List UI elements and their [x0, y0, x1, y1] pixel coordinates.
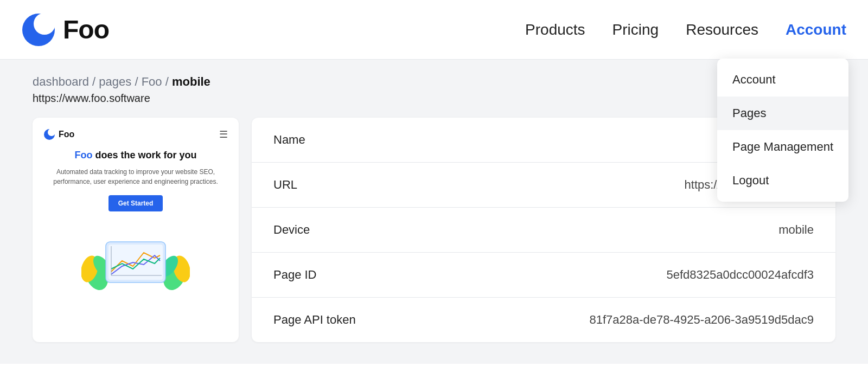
- breadcrumb-mobile[interactable]: mobile: [172, 75, 210, 88]
- site-title: Foo: [63, 15, 109, 44]
- preview-hero-desc: Automated data tracking to improve your …: [49, 167, 222, 187]
- dropdown-item-page-management[interactable]: Page Management: [717, 130, 848, 164]
- detail-label-name: Name: [273, 133, 305, 147]
- detail-label-url: URL: [273, 178, 297, 192]
- dropdown-item-pages[interactable]: Pages: [717, 97, 848, 130]
- detail-value-api-token: 81f7a28a-de78-4925-a206-3a9519d5dac9: [590, 313, 814, 327]
- preview-hero-title-blue: Foo: [74, 150, 92, 160]
- illustration-svg: [81, 226, 190, 291]
- preview-card: Foo ☰ Foo does the work for you Automate…: [33, 118, 239, 342]
- detail-row-page-id: Page ID 5efd8325a0dcc00024afcdf3: [252, 253, 835, 298]
- nav-item-pricing[interactable]: Pricing: [612, 21, 659, 38]
- main-nav: Products Pricing Resources Account: [525, 21, 846, 38]
- header: Foo Products Pricing Resources Account: [0, 0, 868, 60]
- detail-label-api-token: Page API token: [273, 313, 356, 327]
- account-dropdown: Account Pages Page Management Logout: [717, 59, 848, 202]
- preview-logo-icon: [43, 128, 55, 140]
- preview-hero-title: Foo does the work for you: [49, 149, 222, 162]
- preview-cta-button[interactable]: Get Started: [108, 195, 163, 211]
- svg-point-1: [34, 13, 55, 35]
- logo-icon: [22, 13, 55, 47]
- breadcrumb: dashboard / pages / Foo / mobile: [33, 75, 210, 89]
- breadcrumb-left: dashboard / pages / Foo / mobile https:/…: [33, 75, 210, 105]
- detail-row-api-token: Page API token 81f7a28a-de78-4925-a206-3…: [252, 298, 835, 342]
- detail-value-page-id: 5efd8325a0dcc00024afcdf3: [666, 268, 814, 282]
- preview-logo-text: Foo: [59, 130, 74, 139]
- hamburger-icon[interactable]: ☰: [219, 128, 228, 140]
- logo-area: Foo: [22, 13, 109, 47]
- preview-hero: Foo does the work for you Automated data…: [43, 149, 228, 220]
- detail-label-device: Device: [273, 223, 310, 237]
- breadcrumb-pages[interactable]: pages: [99, 75, 131, 88]
- detail-label-page-id: Page ID: [273, 268, 317, 282]
- preview-header: Foo ☰: [43, 128, 228, 140]
- nav-item-resources[interactable]: Resources: [686, 21, 758, 38]
- svg-point-3: [48, 128, 55, 136]
- nav-item-account[interactable]: Account: [786, 21, 846, 38]
- breadcrumb-dashboard[interactable]: dashboard: [33, 75, 89, 88]
- breadcrumb-foo[interactable]: Foo: [142, 75, 162, 88]
- detail-value-device: mobile: [778, 223, 814, 237]
- preview-hero-title-rest: does the work for you: [92, 150, 196, 160]
- detail-row-device: Device mobile: [252, 208, 835, 253]
- dropdown-item-logout[interactable]: Logout: [717, 164, 848, 197]
- breadcrumb-url: https://www.foo.software: [33, 92, 210, 105]
- nav-item-products[interactable]: Products: [525, 21, 585, 38]
- preview-illustration: [43, 220, 228, 291]
- preview-logo: Foo: [43, 128, 74, 140]
- dropdown-item-account[interactable]: Account: [717, 63, 848, 97]
